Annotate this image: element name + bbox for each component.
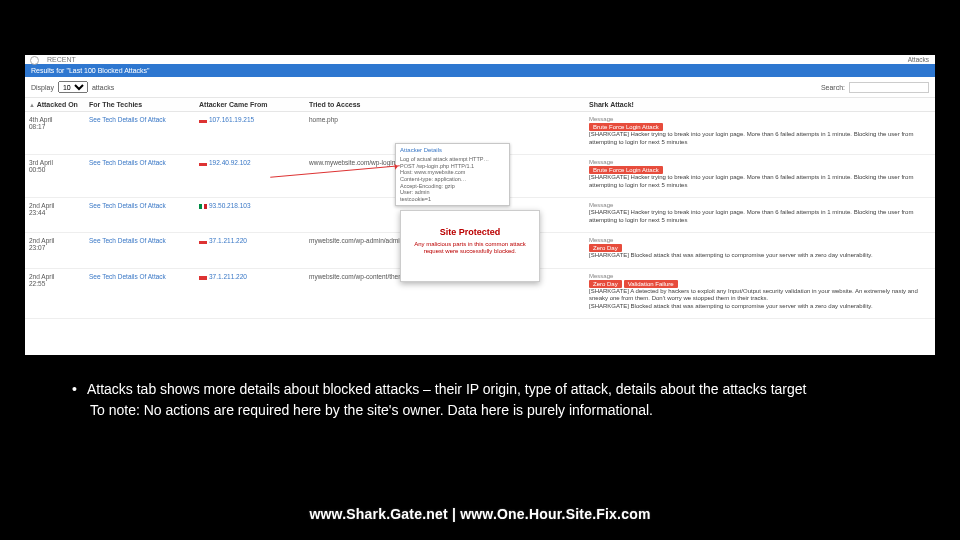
bullet-1: Attacks tab shows more details about blo… — [87, 381, 807, 397]
attacks-word: attacks — [92, 84, 114, 91]
site-protected-popup: Site Protected Any malicious parts in th… — [400, 210, 540, 282]
cell-shark: MessageBrute Force Login Attack[SHARKGAT… — [585, 112, 935, 155]
status-badge: Brute Force Login Attack — [589, 166, 663, 174]
search-input[interactable] — [849, 82, 929, 93]
tech-details-link[interactable]: See Tech Details Of Attack — [89, 273, 166, 280]
footer-urls: www.Shark.Gate.net | www.One.Hour.Site.F… — [0, 506, 960, 522]
attacker-ip[interactable]: 107.161.19.215 — [209, 116, 254, 123]
status-label: Message — [589, 159, 931, 165]
cell-shark: MessageBrute Force Login Attack[SHARKGAT… — [585, 155, 935, 198]
ip-tooltip: Attacker Details Log of actual attack at… — [395, 143, 510, 206]
cell-shark: MessageZero DayValidation Failure[SHARKG… — [585, 268, 935, 319]
col-shark[interactable]: Shark Attack! — [585, 98, 935, 112]
display-label: Display — [31, 84, 54, 91]
status-message: [SHARKGATE] A detected by hackers to exp… — [589, 288, 931, 311]
tech-details-link[interactable]: See Tech Details Of Attack — [89, 116, 166, 123]
status-badge: Zero Day — [589, 280, 622, 288]
status-badge: Brute Force Login Attack — [589, 123, 663, 131]
slide-bullets: •Attacks tab shows more details about bl… — [90, 380, 890, 420]
tooltip-head: Attacker Details — [400, 147, 505, 154]
tech-details-link[interactable]: See Tech Details Of Attack — [89, 202, 166, 209]
cell-date: 2nd April23:44 — [25, 198, 85, 233]
tech-details-link[interactable]: See Tech Details Of Attack — [89, 159, 166, 166]
attacker-ip[interactable]: 37.1.211.220 — [209, 237, 247, 244]
slide: RECENT Attacks Results for "Last 100 Blo… — [0, 0, 960, 540]
attacker-ip[interactable]: 192.40.92.102 — [209, 159, 251, 166]
col-attacked-on[interactable]: ▲ Attacked On — [25, 98, 85, 112]
dashboard-screenshot: RECENT Attacks Results for "Last 100 Blo… — [25, 55, 935, 355]
attacker-ip[interactable]: 37.1.211.220 — [209, 273, 247, 280]
attacks-table: ▲ Attacked On For The Techies Attacker C… — [25, 97, 935, 319]
cell-date: 2nd April23:07 — [25, 233, 85, 269]
status-message: [SHARKGATE] Hacker trying to break into … — [589, 209, 931, 224]
status-label: Message — [589, 237, 931, 243]
per-page-select[interactable]: 10 — [58, 81, 88, 93]
status-label: Message — [589, 116, 931, 122]
recent-label: RECENT — [47, 56, 76, 63]
status-label: Message — [589, 202, 931, 208]
flag-icon — [199, 204, 207, 209]
status-badge: Zero Day — [589, 244, 622, 252]
attacker-ip[interactable]: 93.50.218.103 — [209, 202, 251, 209]
attacks-label: Attacks — [908, 56, 929, 63]
cell-shark: MessageZero Day[SHARKGATE] Blocked attac… — [585, 233, 935, 269]
results-bar: Results for "Last 100 Blocked Attacks" — [25, 64, 935, 77]
cell-date: 4th April08:17 — [25, 112, 85, 155]
col-tried[interactable]: Tried to Access — [305, 98, 585, 112]
popup-title: Site Protected — [407, 227, 533, 237]
flag-icon — [199, 161, 207, 166]
cell-shark: Message[SHARKGATE] Hacker trying to brea… — [585, 198, 935, 233]
status-message: [SHARKGATE] Blocked attack that was atte… — [589, 252, 931, 260]
cell-date: 2nd April22:55 — [25, 268, 85, 319]
sort-icon: ▲ — [29, 102, 35, 108]
table-controls: Display 10 attacks Search: — [25, 77, 935, 97]
flag-icon — [199, 118, 207, 123]
flag-icon — [199, 239, 207, 244]
cell-date: 3rd April00:50 — [25, 155, 85, 198]
col-for-techies[interactable]: For The Techies — [85, 98, 195, 112]
recent-header: RECENT Attacks — [25, 55, 935, 64]
col-attacker-from[interactable]: Attacker Came From — [195, 98, 305, 112]
status-badge: Validation Failure — [624, 280, 678, 288]
popup-body: Any malicious parts in this common attac… — [407, 241, 533, 255]
search-label: Search: — [821, 84, 845, 91]
status-label: Message — [589, 273, 931, 279]
flag-icon — [199, 275, 207, 280]
results-title: Results for "Last 100 Blocked Attacks" — [31, 67, 150, 74]
status-message: [SHARKGATE] Hacker trying to break into … — [589, 174, 931, 189]
status-message: [SHARKGATE] Hacker trying to break into … — [589, 131, 931, 146]
tech-details-link[interactable]: See Tech Details Of Attack — [89, 237, 166, 244]
table-header-row: ▲ Attacked On For The Techies Attacker C… — [25, 98, 935, 112]
to-note: To note: No actions are required here by… — [90, 401, 890, 420]
